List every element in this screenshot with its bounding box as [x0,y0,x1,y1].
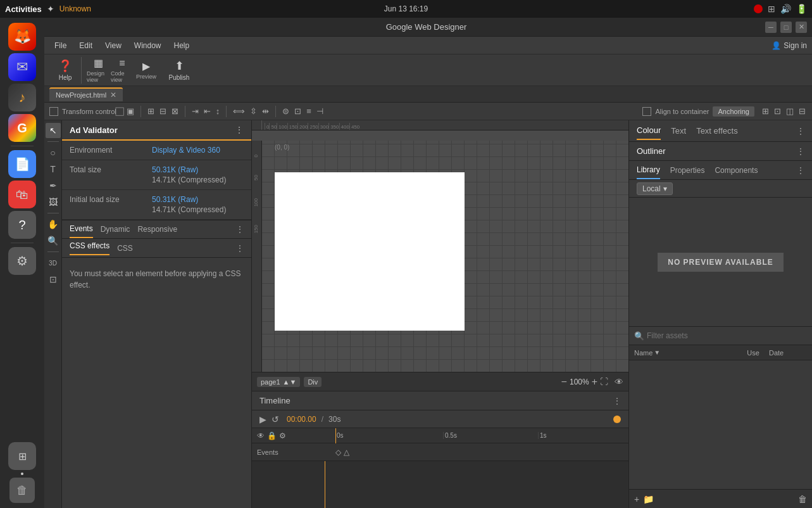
tab-components[interactable]: Components [715,162,758,179]
anchor-icon-4[interactable]: ⊟ [797,105,807,117]
element-selector[interactable]: Div [304,377,322,387]
file-tab[interactable]: NewProject.html ✕ [49,87,123,101]
activities-button[interactable]: Activities [5,4,42,14]
help-button[interactable]: ❓ Help [52,57,78,84]
events-more-icon[interactable]: ⋮ [236,225,244,234]
local-select[interactable]: Local ▾ [637,182,673,195]
tab-colour[interactable]: Colour [637,122,661,140]
menu-help[interactable]: Help [169,39,195,52]
tab-css-effects[interactable]: CSS effects [70,241,109,255]
tab-properties[interactable]: Properties [670,162,705,179]
loop-button[interactable]: ↺ [272,414,279,424]
anchor-icon-1[interactable]: ⊞ [761,105,770,117]
tab-events[interactable]: Events [70,220,93,238]
transform-icon-11[interactable]: ⇹ [261,105,270,117]
canvas-element[interactable] [275,172,465,331]
minimize-button[interactable]: ─ [765,22,777,33]
timeline-playhead-marker[interactable] [613,416,621,423]
add-asset-button[interactable]: + [634,494,639,504]
sign-in-button[interactable]: 👤 Sign in [771,41,807,50]
transform-icon-10[interactable]: ⇳ [249,105,258,117]
tab-css[interactable]: CSS [117,244,133,253]
dock-trash[interactable]: 🗑 [9,478,35,503]
align-checkbox[interactable] [642,107,651,116]
delete-asset-button[interactable]: 🗑 [798,494,807,504]
transform-icon-15[interactable]: ⊣ [315,105,325,117]
timeline-eye-icon[interactable]: 👁 [257,431,265,440]
anchoring-button[interactable]: Anchoring [713,106,754,117]
filter-assets-input[interactable] [647,331,807,340]
publish-button[interactable]: ⬆ Publish [161,57,197,84]
transform-icon-8[interactable]: ↕ [215,105,222,117]
preview-button[interactable]: ▶ Preview [135,59,158,82]
select-tool[interactable]: ↖ [46,123,61,138]
events-up-icon[interactable]: △ [344,448,349,457]
zoom-out-button[interactable]: − [561,376,567,388]
menu-view[interactable]: View [100,39,127,52]
transform-icon-2[interactable]: ▣ [125,105,135,117]
menu-file[interactable]: File [49,39,72,52]
text-tool[interactable]: T [46,162,61,177]
dock-extras[interactable]: ⊞ [8,442,36,470]
library-more-icon[interactable]: ⋮ [797,166,804,175]
tab-close-icon[interactable]: ✕ [110,91,116,99]
events-diamond-icon[interactable]: ◇ [335,448,341,457]
crop-tool[interactable]: ⊡ [46,272,61,287]
hand-tool[interactable]: ✋ [46,217,61,232]
close-button[interactable]: ✕ [796,22,807,33]
timeline-lock-icon[interactable]: 🔒 [267,431,277,440]
tab-library[interactable]: Library [637,162,660,179]
preview-icon: ▶ [142,60,150,72]
menu-window[interactable]: Window [129,39,166,52]
transform-icon-12[interactable]: ⊜ [281,105,290,117]
menu-edit[interactable]: Edit [74,39,97,52]
tab-dynamic[interactable]: Dynamic [101,221,130,238]
play-button[interactable]: ▶ [259,414,266,424]
pen-tool[interactable]: ✒ [46,178,61,193]
dock-settings[interactable]: ⚙ [8,247,36,275]
initial-load-label: Initial load size [70,195,152,204]
zoom-in-button[interactable]: + [592,376,597,388]
transform-checkbox[interactable] [49,107,58,116]
page-selector[interactable]: page1 ▲▼ [257,377,300,387]
dock-firefox[interactable]: 🦊 [8,23,36,51]
transform-icon-1[interactable]: ⃞ [120,105,123,118]
dock-music[interactable]: ♪ [8,84,36,111]
dock-docs[interactable]: 📄 [8,150,36,178]
css-more-icon[interactable]: ⋮ [236,244,244,253]
assets-col-name[interactable]: Name ▼ [634,349,737,357]
3d-tool[interactable]: 3D [46,255,61,270]
tab-responsive[interactable]: Responsive [137,221,177,238]
dock-shop[interactable]: 🛍 [8,181,36,208]
anchor-icon-3[interactable]: ◫ [785,105,795,117]
right-top-more-icon[interactable]: ⋮ [797,127,804,136]
transform-icon-14[interactable]: ≡ [305,105,313,117]
timeline-more-icon[interactable]: ⋮ [613,397,621,405]
maximize-button[interactable]: □ [780,22,792,33]
transform-icon-6[interactable]: ⇥ [191,105,200,117]
tab-text[interactable]: Text [671,122,686,139]
timeline-gear-icon[interactable]: ⚙ [279,431,286,440]
transform-icon-3[interactable]: ⊞ [146,105,156,117]
transform-icon-13[interactable]: ⊡ [293,105,303,117]
dock-gwd[interactable]: G [8,114,36,142]
assets-col-use: Use [737,349,769,357]
image-tool[interactable]: 🖼 [46,194,61,210]
code-view-button[interactable]: ≡ Code view [111,59,134,82]
zoom-fit-icon[interactable]: ⛶ [600,377,608,386]
anchor-icon-2[interactable]: ⊡ [773,105,782,117]
design-view-button[interactable]: ▦ Design view [87,59,109,82]
zoom-tool[interactable]: 🔍 [46,233,61,248]
dock-mail[interactable]: ✉ [8,53,36,81]
transform-icon-4[interactable]: ⊟ [158,105,168,117]
shape-tool[interactable]: ○ [46,145,61,160]
transform-icon-9[interactable]: ⟺ [232,105,246,117]
tab-text-effects[interactable]: Text effects [696,122,738,139]
dock-help[interactable]: ? [8,211,36,239]
transform-icon-7[interactable]: ⇤ [203,105,212,117]
folder-icon[interactable]: 📁 [643,494,654,504]
outliner-more-icon[interactable]: ⋮ [797,147,804,156]
ad-validator-more-icon[interactable]: ⋮ [235,125,244,135]
eye-button[interactable]: 👁 [615,377,623,387]
transform-icon-5[interactable]: ⊠ [170,105,180,117]
